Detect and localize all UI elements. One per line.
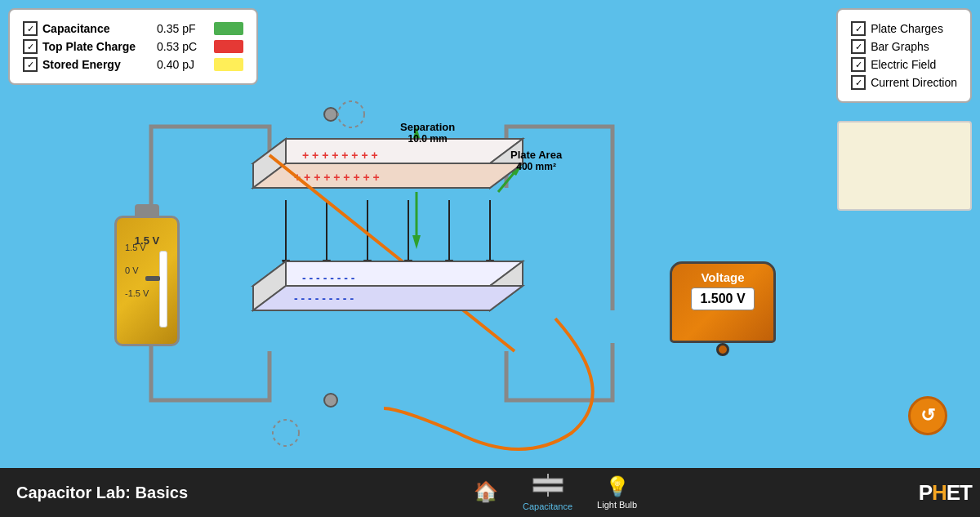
svg-marker-10 <box>253 139 523 163</box>
phet-logo: PHET <box>882 480 980 506</box>
top-plate-value: 0.53 pC <box>157 40 214 53</box>
svg-marker-27 <box>486 260 494 274</box>
electric-field-label: Electric Field <box>871 58 936 71</box>
plate-charges-checkbox[interactable]: ✓ <box>851 21 866 36</box>
svg-marker-19 <box>323 260 331 274</box>
capacitance-checkbox[interactable]: ✓ <box>23 21 38 36</box>
svg-point-2 <box>338 101 364 127</box>
stored-energy-value: 0.40 pJ <box>157 58 214 71</box>
svg-marker-17 <box>282 260 290 274</box>
nav-item-home[interactable]: 🏠 <box>474 480 498 505</box>
current-direction-label: Current Direction <box>871 76 957 89</box>
bar-graphs-checkbox[interactable]: ✓ <box>851 39 866 54</box>
stored-energy-label: Stored Energy <box>42 58 157 71</box>
current-direction-option: ✓ Current Direction <box>851 75 957 90</box>
plate-charges-option: ✓ Plate Charges <box>851 21 957 36</box>
battery: 1.5 V 1.5 V 0 V -1.5 V <box>114 204 180 368</box>
svg-marker-7 <box>412 235 421 249</box>
capacitance-label: Capacitance <box>42 22 157 35</box>
svg-text:+ + + + + + + + +: + + + + + + + + + <box>294 171 380 184</box>
lightbulb-nav-label: Light Bulb <box>597 500 637 510</box>
svg-text:- - - - - - - -: - - - - - - - - <box>302 271 355 284</box>
display-box <box>837 121 972 211</box>
battery-slider-thumb[interactable] <box>145 276 160 281</box>
stored-energy-checkbox[interactable]: ✓ <box>23 57 38 72</box>
lightbulb-icon: 💡 <box>605 475 630 498</box>
meter-label: Voltage <box>701 270 744 284</box>
electric-field-option: ✓ Electric Field <box>851 57 957 72</box>
reset-icon: ↺ <box>920 405 935 426</box>
svg-point-1 <box>324 394 337 407</box>
bar-graphs-option: ✓ Bar Graphs <box>851 39 957 54</box>
current-direction-checkbox[interactable]: ✓ <box>851 75 866 90</box>
meter-display: 1.500 V <box>691 287 754 310</box>
svg-marker-30 <box>253 261 286 310</box>
reset-button[interactable]: ↺ <box>908 396 947 435</box>
svg-marker-21 <box>363 260 372 274</box>
stored-energy-row: ✓ Stored Energy 0.40 pJ <box>23 57 243 72</box>
top-plate-label: Top Plate Charge <box>42 40 157 53</box>
svg-marker-23 <box>404 260 412 274</box>
plate-charges-label: Plate Charges <box>871 22 943 35</box>
svg-point-3 <box>273 420 299 446</box>
top-plate-checkbox[interactable]: ✓ <box>23 39 38 54</box>
svg-line-28 <box>270 155 514 351</box>
svg-marker-32 <box>253 286 523 310</box>
voltage-meter: Voltage 1.500 V <box>670 261 776 351</box>
app-title: Capacitor Lab: Basics <box>0 484 229 502</box>
separation-label: Separation 10.0 mm <box>400 121 455 145</box>
svg-marker-13 <box>253 163 523 188</box>
svg-marker-25 <box>445 260 453 274</box>
home-icon: 🏠 <box>474 480 498 503</box>
electric-field-checkbox[interactable]: ✓ <box>851 57 866 72</box>
options-panel: ✓ Plate Charges ✓ Bar Graphs ✓ Electric … <box>836 8 972 103</box>
meter-body: Voltage 1.500 V <box>670 261 776 343</box>
svg-text:- - - - - - - - -: - - - - - - - - - <box>294 292 354 305</box>
battery-slider-track <box>159 251 167 328</box>
top-plate-swatch <box>214 40 243 53</box>
svg-marker-29 <box>253 261 523 286</box>
nav-center: 🏠 Capacitance 💡 Light Bulb <box>229 474 882 511</box>
battery-top-cap <box>135 204 159 216</box>
top-plate-charge-row: ✓ Top Plate Charge 0.53 pC <box>23 39 243 54</box>
svg-marker-31 <box>490 261 523 310</box>
capacitance-value: 0.35 pF <box>157 22 214 35</box>
phet-text: PHET <box>919 480 972 506</box>
nav-item-lightbulb[interactable]: 💡 Light Bulb <box>597 475 637 510</box>
capacitance-swatch <box>214 22 243 35</box>
battery-body: 1.5 V 1.5 V 0 V -1.5 V <box>114 216 180 346</box>
bottom-bar: Capacitor Lab: Basics 🏠 Capacitance 💡 Li… <box>0 468 980 517</box>
info-panel: ✓ Capacitance 0.35 pF ✓ Top Plate Charge… <box>8 8 258 85</box>
stored-energy-swatch <box>214 58 243 71</box>
plate-area-label: Plate Area 400 mm² <box>510 149 562 172</box>
meter-probe <box>716 343 729 356</box>
capacitance-icon <box>532 474 564 500</box>
bar-graphs-label: Bar Graphs <box>871 40 929 53</box>
nav-item-capacitance[interactable]: Capacitance <box>523 474 572 511</box>
svg-text:+ + + + + + + +: + + + + + + + + <box>302 149 378 162</box>
svg-rect-35 <box>533 479 563 484</box>
svg-marker-11 <box>253 139 286 188</box>
capacitance-row: ✓ Capacitance 0.35 pF <box>23 21 243 36</box>
svg-rect-36 <box>533 487 563 492</box>
capacitance-nav-label: Capacitance <box>523 501 572 511</box>
svg-point-0 <box>324 108 337 121</box>
